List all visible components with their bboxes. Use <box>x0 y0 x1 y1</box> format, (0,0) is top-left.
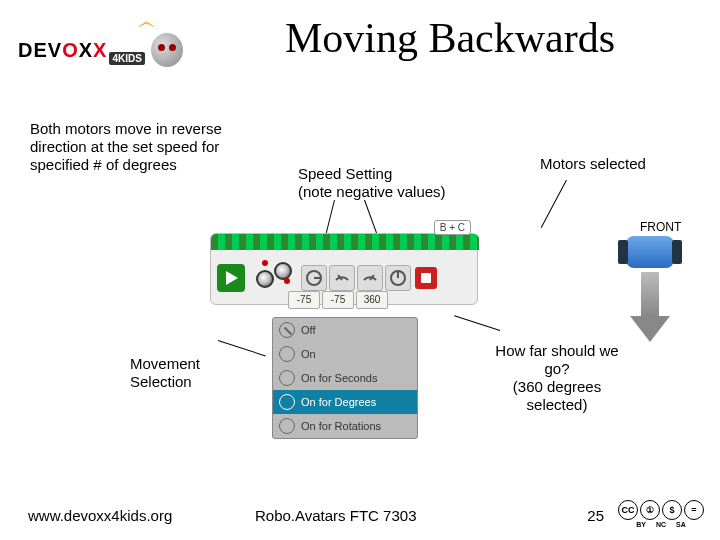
mode-dropdown: Off On On for Seconds On for Degrees On … <box>272 317 418 439</box>
devoxx4kids-logo: DEVOXX 4KIDS ෴ <box>18 18 183 82</box>
degrees-icon <box>279 394 295 410</box>
caption-how-far: How far should we go? (360 degrees selec… <box>492 342 622 414</box>
cc-sa-icon: = <box>684 500 704 520</box>
arrow-shaft <box>641 272 659 316</box>
block-header <box>211 234 479 250</box>
dropdown-item-rotations: On for Rotations <box>273 414 417 438</box>
ev3-block-figure: B + C -75 -75 360 Off On On for Seconds … <box>210 233 478 443</box>
cc-nc-icon: $ <box>662 500 682 520</box>
logo-text: DEVOXX <box>18 39 107 62</box>
pointer-line <box>541 180 567 228</box>
caption-description: Both motors move in reverse direction at… <box>30 120 230 174</box>
rotations-icon <box>279 418 295 434</box>
page-number: 25 <box>587 507 604 524</box>
dropdown-item-degrees: On for Degrees <box>273 390 417 414</box>
robot-top-icon <box>626 236 674 268</box>
arrow-down-icon <box>630 316 670 342</box>
on-icon <box>279 346 295 362</box>
parameter-icons <box>301 265 411 291</box>
speed-left-icon <box>329 265 355 291</box>
off-icon <box>279 322 295 338</box>
speed-right-icon <box>357 265 383 291</box>
stop-icon <box>415 267 437 289</box>
robot-direction-diagram <box>618 236 682 356</box>
slide-title: Moving Backwards <box>200 14 700 62</box>
antenna-icon: ෴ <box>138 12 155 33</box>
port-indicator: B + C <box>434 220 471 235</box>
parameter-values: -75 -75 360 <box>288 291 388 309</box>
label-front: FRONT <box>640 220 681 234</box>
robot-head-icon <box>151 33 183 67</box>
footer-team: Robo.Avatars FTC 7303 <box>255 507 416 524</box>
dropdown-item-off: Off <box>273 318 417 342</box>
footer-url: www.devoxx4kids.org <box>28 507 172 524</box>
cc-license-badge: CC ① $ = BY NC SA <box>612 500 710 530</box>
play-icon <box>217 264 245 292</box>
cc-icon: CC <box>618 500 638 520</box>
dropdown-item-on: On <box>273 342 417 366</box>
clock-icon <box>279 370 295 386</box>
dropdown-item-seconds: On for Seconds <box>273 366 417 390</box>
mode-icon <box>301 265 327 291</box>
value-degrees: 360 <box>356 291 388 309</box>
degrees-icon <box>385 265 411 291</box>
logo-4kids: 4KIDS <box>109 52 144 65</box>
caption-speed-setting: Speed Setting (note negative values) <box>298 165 488 201</box>
caption-movement-selection: Movement Selection <box>130 355 220 391</box>
value-speed-right: -75 <box>322 291 354 309</box>
value-speed-left: -75 <box>288 291 320 309</box>
cc-by-icon: ① <box>640 500 660 520</box>
caption-motors-selected: Motors selected <box>540 155 690 173</box>
